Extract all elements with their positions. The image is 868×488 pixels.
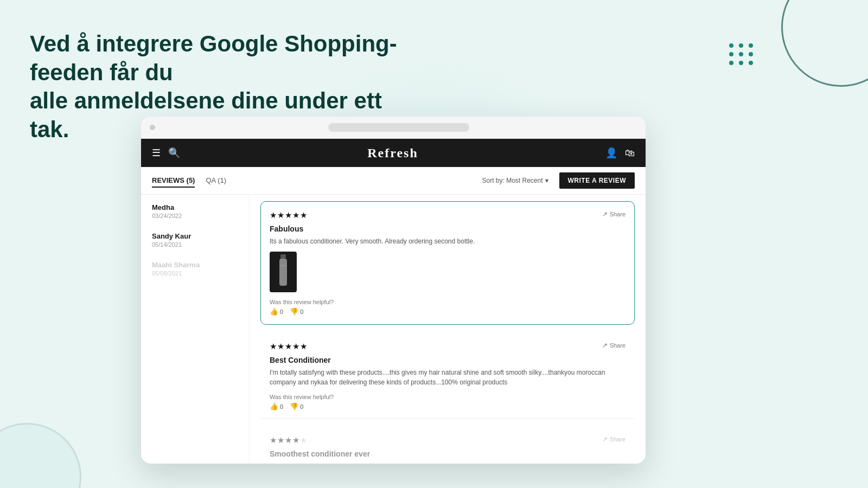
svg-rect-1 [279,259,287,286]
reviewer-list: Medha 03/24/2022 Sandy Kaur 05/14/2021 M… [141,195,250,464]
review-cards: ★★★★★ ↗ Share Fabulous Its a fabulous co… [250,195,646,464]
review-card-2: ★★★★★ ↗ Share Best Conditioner I'm total… [260,332,635,419]
reviewer-date-3: 05/08/2021 [152,270,238,277]
share-icon-3: ↗ [602,435,608,443]
stars-1: ★★★★★ [270,210,308,220]
share-icon-1: ↗ [602,210,608,218]
reviewer-name-3: Maahi Sharma [152,261,238,269]
search-icon[interactable]: 🔍 [168,147,180,159]
reviewer-name-1: Medha [152,203,238,211]
thumbs-down-count-1: 0 [300,309,303,315]
helpful-section-1: Was this review helpful? 👍 0 👎 0 [270,299,626,316]
card-header-2: ★★★★★ ↗ Share [270,342,626,351]
review-product-image-1 [270,252,297,292]
sort-dropdown[interactable]: Sort by: Most Recent ▾ [482,177,548,184]
tab-reviews[interactable]: REVIEWS (5) [152,174,195,188]
reviewer-item-3: Maahi Sharma 05/08/2021 [152,261,238,277]
thumbs-up-icon-1: 👍 [270,307,278,316]
thumbs-down-button-1[interactable]: 👎 0 [290,307,303,316]
browser-dot-1 [150,125,155,130]
share-button-1[interactable]: ↗ Share [602,210,626,218]
helpful-actions-2: 👍 0 👎 0 [270,402,626,410]
tabs-bar: REVIEWS (5) QA (1) Sort by: Most Recent … [141,167,646,195]
review-title-1: Fabulous [270,224,626,233]
write-review-button[interactable]: WRITE A REVIEW [559,172,635,189]
reviews-main: Medha 03/24/2022 Sandy Kaur 05/14/2021 M… [141,195,646,464]
chevron-down-icon: ▾ [545,177,548,184]
card-header-3: ★★★★★ ↗ Share [270,435,626,445]
thumbs-down-icon-1: 👎 [290,307,298,316]
reviewer-date-2: 05/14/2021 [152,241,238,248]
browser-chrome [141,117,646,139]
helpful-label-2: Was this review helpful? [270,394,626,400]
bg-circle-bottom-left [0,423,81,488]
reviewer-name-2: Sandy Kaur [152,232,238,240]
share-icon-2: ↗ [602,342,608,349]
review-card-1: ★★★★★ ↗ Share Fabulous Its a fabulous co… [260,201,635,325]
helpful-label-1: Was this review helpful? [270,299,626,305]
store-nav: ☰ 🔍 Refresh 👤 🛍 [141,139,646,167]
nav-left: ☰ 🔍 [152,147,180,159]
thumbs-up-button-2[interactable]: 👍 0 [270,402,283,410]
browser-mockup: ☰ 🔍 Refresh 👤 🛍 REVIEWS (5) QA (1) Sort … [141,117,646,464]
hamburger-icon[interactable]: ☰ [152,147,161,159]
thumbs-down-icon-2: 👎 [290,402,298,410]
review-card-3: ★★★★★ ↗ Share Smoothest conditioner ever [260,426,635,464]
thumbs-up-count-1: 0 [280,309,283,315]
stars-2: ★★★★★ [270,342,308,351]
thumbs-down-button-2[interactable]: 👎 0 [290,402,303,410]
review-title-2: Best Conditioner [270,356,626,364]
tab-qa[interactable]: QA (1) [206,174,226,188]
card-header-1: ★★★★★ ↗ Share [270,210,626,220]
reviewer-date-1: 03/24/2022 [152,213,238,219]
review-body-1: Its a fabulous conditioner. Very smooth.… [270,236,626,246]
share-label-3: Share [610,436,626,442]
share-label-1: Share [610,211,626,217]
browser-address-bar [328,123,469,132]
share-button-2[interactable]: ↗ Share [602,342,626,349]
review-body-2: I'm totally satisfyng with these product… [270,368,626,387]
thumbs-down-count-2: 0 [300,403,303,410]
thumbs-up-button-1[interactable]: 👍 0 [270,307,283,316]
share-button-3[interactable]: ↗ Share [602,435,626,443]
sort-label-text: Sort by: Most Recent [482,177,543,184]
reviewer-item-2: Sandy Kaur 05/14/2021 [152,232,238,248]
thumbs-up-count-2: 0 [280,403,283,410]
svg-rect-0 [280,254,286,259]
headline-line1: Ved å integrere Google Shopping-feeden f… [30,31,397,85]
user-icon[interactable]: 👤 [605,147,617,159]
helpful-actions-1: 👍 0 👎 0 [270,307,626,316]
cart-icon[interactable]: 🛍 [625,147,635,159]
store-logo: Refresh [180,146,605,160]
nav-right: 👤 🛍 [605,147,635,159]
review-title-3: Smoothest conditioner ever [270,450,626,458]
svg-rect-2 [280,265,286,266]
thumbs-up-icon-2: 👍 [270,402,278,410]
dots-decoration [729,43,754,65]
stars-3: ★★★★★ [270,435,308,445]
share-label-2: Share [610,342,626,349]
helpful-section-2: Was this review helpful? 👍 0 👎 0 [270,394,626,410]
bg-circle-top-right [781,0,868,87]
reviewer-item-1: Medha 03/24/2022 [152,203,238,219]
